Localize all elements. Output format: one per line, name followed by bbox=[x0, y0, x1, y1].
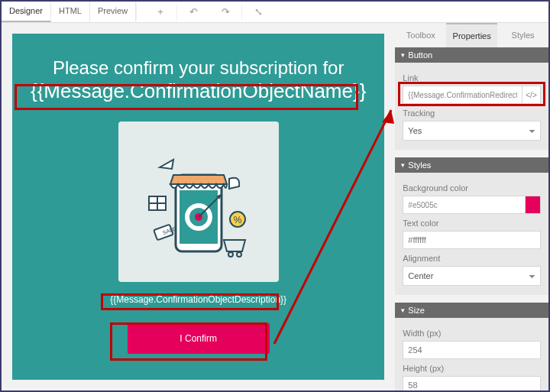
properties-panel: Button Link </> Tracking Yes bbox=[395, 47, 548, 390]
tab-preview[interactable]: Preview bbox=[90, 2, 136, 22]
group-styles-header[interactable]: Styles bbox=[395, 157, 548, 173]
collapse-icon[interactable]: ⤡ bbox=[242, 2, 274, 23]
canvas-wrap: Please confirm your subscription for {{M… bbox=[2, 23, 395, 390]
hero-illustration: % SALE bbox=[118, 121, 279, 282]
width-input[interactable] bbox=[403, 341, 541, 359]
group-size-body: Width (px) Height (px) bbox=[395, 318, 548, 390]
tab-toolbox[interactable]: Toolbox bbox=[395, 23, 446, 47]
sidebar-tabs: Toolbox Properties Styles bbox=[395, 23, 548, 47]
bg-color-input[interactable] bbox=[403, 196, 526, 214]
top-toolbar: Designer HTML Preview + ↶ ↷ ⤡ bbox=[2, 2, 548, 23]
confirm-button[interactable]: I Confirm bbox=[128, 323, 270, 354]
main-body: Please confirm your subscription for {{M… bbox=[2, 23, 548, 390]
bg-color-label: Background color bbox=[403, 183, 541, 193]
group-button-header[interactable]: Button bbox=[395, 47, 548, 63]
undo-icon[interactable]: ↶ bbox=[177, 2, 209, 23]
height-label: Height (px) bbox=[403, 364, 541, 373]
alignment-label: Alignment bbox=[403, 254, 541, 263]
group-size-header[interactable]: Size bbox=[395, 303, 548, 318]
height-input[interactable] bbox=[403, 376, 541, 390]
macro-object-name: {{Message.ConfirmationObjectName}} bbox=[31, 79, 366, 103]
svg-text:%: % bbox=[233, 215, 241, 225]
macro-object-description: {{Message.ConfirmationObjectDescription}… bbox=[31, 294, 366, 305]
tab-html[interactable]: HTML bbox=[51, 2, 90, 22]
bg-color-swatch[interactable] bbox=[526, 196, 541, 214]
email-canvas[interactable]: Please confirm your subscription for {{M… bbox=[12, 34, 384, 380]
link-input[interactable] bbox=[403, 86, 522, 104]
width-label: Width (px) bbox=[403, 329, 541, 338]
macro-code-button[interactable]: </> bbox=[522, 86, 541, 104]
tab-styles[interactable]: Styles bbox=[497, 23, 548, 47]
text-color-input[interactable] bbox=[403, 231, 541, 249]
shop-illustration-icon: % SALE bbox=[134, 137, 264, 267]
tracking-label: Tracking bbox=[403, 109, 541, 118]
right-sidebar: Toolbox Properties Styles Button Link </… bbox=[395, 23, 548, 390]
tab-designer[interactable]: Designer bbox=[2, 2, 51, 22]
top-tabs: Designer HTML Preview bbox=[2, 2, 136, 22]
svg-point-14 bbox=[228, 252, 233, 257]
alignment-select[interactable]: Center bbox=[403, 266, 541, 286]
redo-icon[interactable]: ↷ bbox=[209, 2, 241, 23]
app-frame: Designer HTML Preview + ↶ ↷ ⤡ Please con… bbox=[0, 0, 550, 392]
link-label: Link bbox=[403, 73, 541, 83]
text-color-label: Text color bbox=[403, 219, 541, 228]
headline-text: Please confirm your subscription for bbox=[31, 57, 366, 79]
tracking-select[interactable]: Yes bbox=[403, 121, 541, 141]
group-styles-body: Background color Text color Alignment Ce… bbox=[395, 173, 548, 295]
tab-properties[interactable]: Properties bbox=[446, 23, 497, 47]
toolbar-separator bbox=[136, 5, 137, 20]
svg-point-15 bbox=[237, 252, 241, 257]
group-button-body: Link </> Tracking Yes bbox=[395, 63, 548, 150]
link-field-row: </> bbox=[403, 86, 541, 104]
add-icon[interactable]: + bbox=[144, 2, 176, 23]
toolbar-actions: + ↶ ↷ ⤡ bbox=[144, 2, 274, 22]
